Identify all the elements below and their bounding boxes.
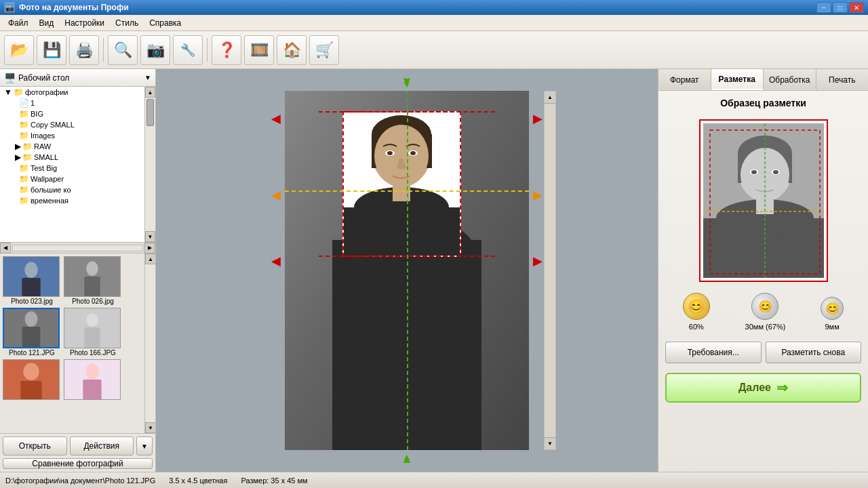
film-button[interactable]: 🎞️	[244, 35, 274, 65]
thumb-img-023[interactable]	[3, 256, 60, 297]
svg-point-38	[387, 151, 393, 155]
preview-container	[699, 119, 828, 282]
menu-view[interactable]: Вид	[34, 17, 60, 29]
remark-button[interactable]: Разметить снова	[766, 342, 862, 363]
home-button[interactable]: 🏠	[277, 35, 307, 65]
app-icon: 📷	[4, 2, 15, 13]
scroll-down-arrow[interactable]: ▼	[145, 231, 155, 242]
tree-item-bolshie[interactable]: 📁 большие ко	[0, 184, 143, 195]
thumb-extra2[interactable]	[64, 359, 122, 400]
canvas-right-scroll[interactable]: ▲ ▼	[544, 91, 556, 450]
open-button[interactable]: Открыть	[3, 436, 67, 455]
toolbar-separator	[103, 38, 104, 62]
menu-help[interactable]: Справка	[144, 17, 186, 29]
camera-button[interactable]: 📷	[140, 35, 170, 65]
thumb-photo023[interactable]: Photo 023.jpg	[3, 256, 61, 305]
handle-right-top[interactable]: ▶	[533, 111, 542, 126]
minimize-button[interactable]: −	[816, 2, 831, 13]
canvas-scroll-track[interactable]	[545, 104, 555, 437]
svg-point-4	[86, 262, 98, 276]
canvas-scroll-down[interactable]: ▼	[545, 437, 555, 449]
tree-item-BIG[interactable]: 📁 BIG	[0, 108, 143, 119]
open-folder-button[interactable]: 📂	[4, 35, 34, 65]
icon-silver-circle: 😊	[751, 293, 778, 320]
handle-left-top[interactable]: ◀	[271, 111, 281, 126]
svg-rect-2	[22, 278, 40, 296]
tree-item-testbig[interactable]: 📁 Test Big	[0, 163, 143, 174]
handle-right-mid[interactable]: ▶	[533, 188, 542, 203]
guide-red-top	[319, 111, 495, 113]
svg-point-40	[410, 151, 416, 155]
status-path: D:\фотографии\на документ\Photo 121.JPG	[5, 476, 155, 485]
thumb-photo121[interactable]: Photo 121.JPG	[3, 308, 61, 357]
menu-file[interactable]: Файл	[3, 17, 34, 29]
thumb-img-extra2[interactable]	[64, 359, 121, 400]
folder-dropdown-arrow[interactable]: ▼	[144, 74, 151, 81]
tab-razmetka[interactable]: Разметка	[711, 69, 764, 90]
handle-left-mid[interactable]: ◀	[271, 188, 281, 203]
scroll-track[interactable]	[145, 98, 155, 231]
thumb-photo166[interactable]: Photo 166.JPG	[64, 308, 122, 357]
handle-left-bot[interactable]: ◀	[271, 253, 281, 268]
tree-item-images[interactable]: 📁 Images	[0, 130, 143, 141]
menu-bar: Файл Вид Настройки Стиль Справка	[0, 15, 868, 31]
tools-button[interactable]: 🔧	[173, 35, 203, 65]
compare-button[interactable]: Сравнение фотографий	[3, 458, 153, 469]
save-button[interactable]: 💾	[37, 35, 66, 65]
requirements-button[interactable]: Требования...	[665, 342, 762, 363]
handle-right-bot[interactable]: ▶	[533, 253, 542, 268]
close-button[interactable]: ✕	[849, 2, 864, 13]
folder-header: 🖥️ Рабочий стол ▼	[0, 69, 155, 87]
maximize-button[interactable]: □	[833, 2, 848, 13]
right-panel: Формат Разметка Обработка Печать Образец…	[658, 69, 868, 472]
thumb-scroll-down[interactable]: ▼	[145, 422, 155, 433]
tree-item-1[interactable]: 📄 1	[0, 98, 143, 108]
menu-settings[interactable]: Настройки	[59, 17, 110, 29]
zoom-button[interactable]: 🔍	[108, 35, 138, 65]
tree-item-copysmall[interactable]: 📁 Copy SMALL	[0, 119, 143, 130]
tree-item-root[interactable]: ▼ 📁 фотографии	[0, 87, 143, 98]
svg-rect-5	[84, 277, 100, 296]
handle-top-green[interactable]: ▼	[402, 79, 412, 89]
tree-item-wallpaper[interactable]: 📁 Wallpaper	[0, 174, 143, 184]
thumb-img-121[interactable]	[3, 308, 60, 348]
tree-item-small[interactable]: ▶ 📁 SMALL	[0, 152, 143, 163]
actions-button[interactable]: Действия	[70, 436, 134, 455]
thumb-extra1[interactable]	[3, 359, 61, 400]
menu-style[interactable]: Стиль	[110, 17, 144, 29]
canvas-scroll-up[interactable]: ▲	[545, 92, 555, 104]
thumb-img-026[interactable]	[64, 256, 121, 297]
hscroll-left[interactable]: ◀	[0, 243, 11, 253]
thumbnail-grid: Photo 023.jpg Photo 026.jpg	[0, 253, 144, 433]
icon-label-9mm: 9мм	[825, 323, 839, 331]
tree-item-raw[interactable]: ▶ 📁 RAW	[0, 141, 143, 152]
svg-point-16	[85, 364, 99, 380]
tab-pechat[interactable]: Печать	[816, 69, 869, 90]
hscroll-right[interactable]: ▶	[144, 243, 155, 253]
tree-hscroll[interactable]: ◀ ▶	[0, 243, 155, 253]
tree-scrollbar[interactable]: ▲ ▼	[144, 87, 155, 242]
thumb-img-166[interactable]	[64, 308, 121, 348]
next-button[interactable]: Далее ⇒	[665, 373, 861, 403]
cart-button[interactable]: 🛒	[309, 35, 339, 65]
scroll-up-arrow[interactable]: ▲	[145, 87, 155, 98]
tab-format[interactable]: Формат	[658, 69, 711, 90]
thumb-scrollbar[interactable]: ▲ ▼	[144, 253, 155, 433]
actions-dropdown[interactable]: ▼	[136, 436, 153, 455]
section-title: Образец разметки	[665, 98, 861, 108]
help-button[interactable]: ❓	[212, 35, 241, 65]
thumb-scroll-track[interactable]	[145, 264, 155, 422]
handle-bottom-green[interactable]: ▲	[402, 451, 412, 462]
left-panel: 🖥️ Рабочий стол ▼ ▼ 📁 фотографии 📄 1	[0, 69, 156, 472]
print-button[interactable]: 🖨️	[69, 35, 99, 65]
hscroll-track[interactable]	[12, 245, 143, 251]
thumb-scroll-up[interactable]: ▲	[145, 253, 155, 264]
icons-row: 😊 60% 😊 30мм (67%) 😊 9мм	[665, 289, 861, 335]
svg-point-10	[86, 314, 98, 327]
thumb-label-023: Photo 023.jpg	[3, 298, 61, 305]
scroll-thumb[interactable]	[146, 99, 154, 126]
tree-item-vremen[interactable]: 📁 временная	[0, 195, 143, 206]
thumb-img-extra1[interactable]	[3, 359, 60, 400]
thumb-photo026[interactable]: Photo 026.jpg	[64, 256, 122, 305]
tab-obrabotka[interactable]: Обработка	[764, 69, 816, 90]
